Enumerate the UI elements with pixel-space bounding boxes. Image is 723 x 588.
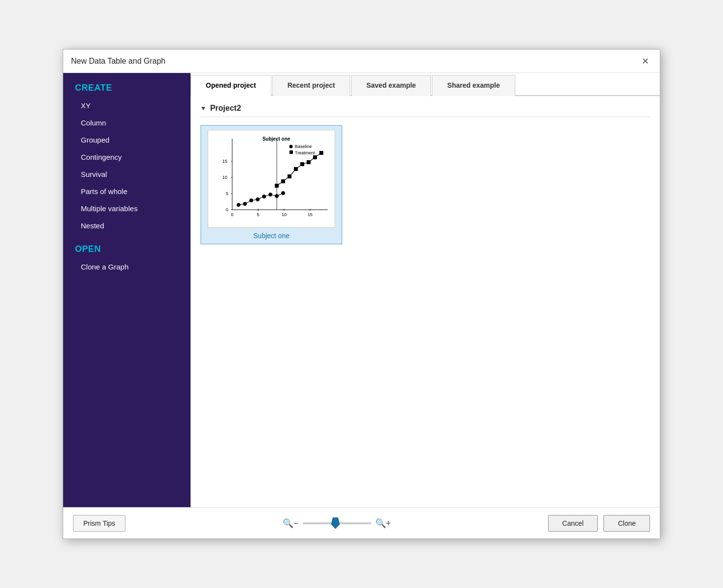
open-section-label: OPEN [63,234,191,258]
svg-text:15: 15 [222,159,227,164]
cancel-button[interactable]: Cancel [548,515,598,532]
footer: Prism Tips 🔍− 🔍+ Cancel Clone [63,507,660,539]
sidebar-item-xy[interactable]: XY [63,97,191,114]
svg-point-18 [237,203,241,206]
svg-text:15: 15 [308,212,313,217]
sidebar: CREATE XY Column Grouped Contingency Sur… [63,73,191,507]
close-button[interactable]: ✕ [638,54,652,68]
tab-opened-project[interactable]: Opened project [191,75,271,96]
svg-rect-27 [281,179,285,183]
zoom-in-icon[interactable]: 🔍+ [375,518,391,529]
graph-label-subject-one: Subject one [253,232,289,240]
svg-rect-28 [288,174,291,178]
project-name: Project2 [210,104,241,113]
sidebar-item-grouped[interactable]: Grouped [63,131,191,148]
svg-text:5: 5 [226,191,228,196]
collapse-icon[interactable]: ▼ [200,105,206,112]
create-section-label: CREATE [63,73,191,97]
sidebar-item-nested[interactable]: Nested [63,217,191,234]
svg-text:Treatment: Treatment [295,150,315,155]
clone-button[interactable]: Clone [603,515,650,532]
svg-text:Baseline: Baseline [295,144,312,149]
svg-rect-32 [313,155,317,159]
zoom-slider-thumb[interactable] [331,517,340,529]
sidebar-item-clone-graph[interactable]: Clone a Graph [63,258,191,275]
svg-rect-30 [300,162,304,166]
sidebar-item-contingency[interactable]: Contingency [63,148,191,166]
svg-point-21 [256,197,260,201]
sidebar-item-column[interactable]: Column [63,114,191,131]
zoom-slider-track[interactable] [303,522,371,524]
tab-bar: Opened project Recent project Saved exam… [191,73,660,96]
graph-preview: 0 5 10 15 0 5 [208,130,335,228]
svg-rect-36 [289,150,293,154]
svg-text:10: 10 [282,212,287,217]
svg-text:5: 5 [257,212,259,217]
svg-text:Subject one: Subject one [263,136,290,142]
chart-svg: 0 5 10 15 0 5 [213,134,330,224]
title-bar: New Data Table and Graph ✕ [63,49,660,73]
sidebar-item-parts-of-whole[interactable]: Parts of whole [63,183,191,200]
sidebar-item-survival[interactable]: Survival [63,166,191,183]
zoom-out-icon[interactable]: 🔍− [283,518,299,529]
svg-rect-31 [307,160,311,164]
tab-saved-example[interactable]: Saved example [351,75,431,96]
svg-point-20 [250,198,253,202]
dialog-body: CREATE XY Column Grouped Contingency Sur… [63,73,660,507]
svg-rect-33 [319,151,323,155]
prism-tips-button[interactable]: Prism Tips [73,515,125,532]
svg-rect-29 [294,167,298,171]
dialog-title: New Data Table and Graph [71,57,166,66]
svg-point-23 [269,193,272,196]
svg-point-25 [282,191,285,195]
svg-point-19 [243,202,247,205]
svg-point-34 [289,145,293,148]
project-header: ▼ Project2 [200,104,650,117]
svg-point-22 [263,195,266,198]
dialog: New Data Table and Graph ✕ CREATE XY Col… [63,49,660,539]
content-area: ▼ Project2 0 [191,96,660,507]
graph-card-subject-one[interactable]: 0 5 10 15 0 5 [200,125,342,245]
svg-text:0: 0 [231,212,233,217]
graphs-grid: 0 5 10 15 0 5 [200,125,650,245]
svg-text:10: 10 [222,175,227,180]
zoom-section: 🔍− 🔍+ [283,518,391,529]
svg-text:0: 0 [226,207,228,212]
tab-shared-example[interactable]: Shared example [432,75,515,96]
tab-recent-project[interactable]: Recent project [272,75,350,96]
sidebar-item-multiple-variables[interactable]: Multiple variables [63,200,191,217]
main-content: Opened project Recent project Saved exam… [191,73,660,507]
